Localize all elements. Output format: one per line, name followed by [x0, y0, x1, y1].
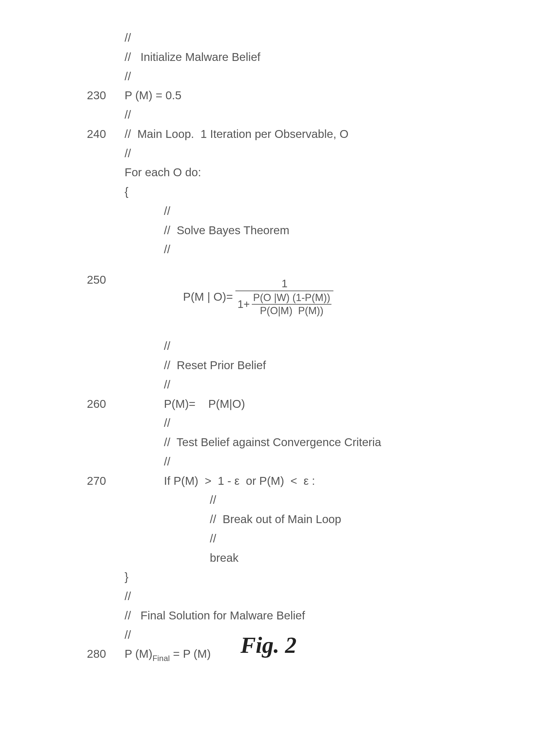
figure-caption: Fig. 2 — [0, 632, 537, 659]
comment: // — [125, 530, 447, 547]
comment: // Solve Bayes Theorem — [125, 222, 447, 239]
init-statement: P (M) = 0.5 — [125, 87, 447, 104]
lineno-250: 250 — [87, 260, 125, 288]
bayes-den-prefix: 1+ — [237, 298, 250, 311]
comment: // Initialize Malware Belief — [125, 49, 447, 65]
reset-prior: P(M)= P(M|O) — [125, 396, 447, 412]
lineno-270: 270 — [87, 472, 125, 489]
comment: // — [125, 145, 447, 162]
bayes-lhs: P(M | O)= — [183, 288, 233, 305]
comment: // Break out of Main Loop — [125, 511, 447, 528]
comment: // Final Solution for Malware Belief — [125, 607, 447, 624]
convergence-test: If P(M) > 1 - ε or P(M) < ε : — [125, 472, 447, 489]
pseudocode-listing: // // Initialize Malware Belief // 230P … — [87, 29, 447, 666]
main-loop-comment: // Main Loop. 1 Iteration per Observable… — [125, 126, 447, 142]
comment: // — [125, 106, 447, 123]
comment: // — [125, 415, 447, 432]
comment: // — [125, 29, 447, 46]
comment: // — [125, 376, 447, 393]
bayes-numerator: 1 — [280, 277, 289, 291]
lineno-260: 260 — [87, 396, 125, 412]
comment: // — [125, 338, 447, 355]
for-statement: For each O do: — [125, 164, 447, 181]
bayes-inner-num: P(O |W) (1-P(M)) — [252, 292, 331, 305]
bayes-formula: P(M | O)= 1 1+ P(O |W) (1-P(M)) P(O|M) P… — [125, 260, 447, 333]
close-brace: } — [125, 569, 447, 586]
bayes-inner-den: P(O|M) P(M)) — [259, 305, 325, 317]
open-brace: { — [125, 183, 447, 200]
comment: // Test Belief against Convergence Crite… — [125, 434, 447, 451]
lineno-240: 240 — [87, 126, 125, 142]
comment: // Reset Prior Belief — [125, 357, 447, 374]
comment: // — [125, 68, 447, 85]
comment: // — [125, 492, 447, 509]
lineno-230: 230 — [87, 87, 125, 104]
comment: // — [125, 241, 447, 258]
comment: // — [125, 588, 447, 605]
comment: // — [125, 203, 447, 219]
comment: // — [125, 453, 447, 470]
break-statement: break — [125, 549, 447, 566]
